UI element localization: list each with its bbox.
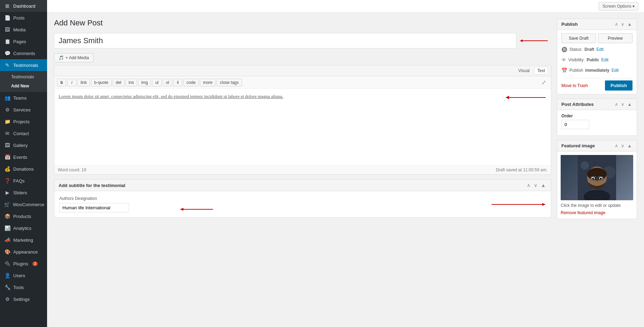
sidebar-item-posts[interactable]: 📄 Posts — [0, 12, 47, 24]
attributes-minimize[interactable]: ▲ — [627, 102, 632, 107]
toolbar-li[interactable]: li — [173, 79, 182, 86]
sidebar-item-contact[interactable]: ✉ Contact — [0, 127, 47, 139]
featured-image-collapse-down[interactable]: ∨ — [620, 143, 625, 148]
toolbar-italic[interactable]: i — [67, 79, 76, 86]
toolbar-code[interactable]: code — [183, 79, 199, 86]
order-input[interactable] — [561, 120, 589, 129]
sidebar-item-label: Tools — [13, 285, 24, 290]
comments-icon: 💬 — [4, 50, 10, 56]
toolbar-ol[interactable]: ol — [163, 79, 172, 86]
publish-minimize[interactable]: ▲ — [627, 22, 632, 27]
sidebar-item-testimonials[interactable]: ✎ Testimonials — [0, 59, 47, 71]
publish-collapse-up[interactable]: ∧ — [614, 22, 619, 27]
editor-wrap: Add New Post 🎵 + Add Media — [54, 18, 551, 218]
publish-box: Publish ∧ ∨ ▲ Save Draft Preview 🔘 Statu… — [557, 18, 637, 94]
subtitle-collapse-down[interactable]: ∨ — [533, 182, 538, 188]
toolbar-close-tags[interactable]: close tags — [217, 79, 242, 86]
attributes-collapse-up[interactable]: ∧ — [614, 102, 619, 107]
sidebar-item-comments[interactable]: 💬 Comments — [0, 47, 47, 59]
remove-featured-image-link[interactable]: Remove featured image — [561, 210, 605, 215]
sidebar-item-woocommerce[interactable]: 🛒 WooCommerce — [0, 198, 47, 210]
testimonials-submenu: Testimonials Add New — [0, 71, 47, 92]
right-sidebar: Publish ∧ ∨ ▲ Save Draft Preview 🔘 Statu… — [557, 18, 637, 223]
sidebar-item-projects[interactable]: 📁 Projects — [0, 116, 47, 127]
featured-image-box: Featured image ∧ ∨ ▲ — [557, 140, 637, 219]
sidebar-item-sliders[interactable]: ▶ Sliders — [0, 187, 47, 198]
move-to-trash-link[interactable]: Move to Trash — [561, 83, 588, 88]
post-attributes-box: Post Attributes ∧ ∨ ▲ Order — [557, 99, 637, 136]
publish-date-edit-link[interactable]: Edit — [612, 68, 619, 73]
main-area: Screen Options ▾ Add New Post 🎵 + Add Me… — [47, 0, 644, 327]
featured-image-collapse-up[interactable]: ∧ — [614, 143, 619, 148]
woocommerce-icon: 🛒 — [4, 202, 10, 207]
post-attributes-title: Post Attributes — [561, 102, 594, 107]
publish-collapse-down[interactable]: ∨ — [620, 22, 625, 27]
status-edit-link[interactable]: Edit — [596, 47, 604, 52]
toolbar-del[interactable]: del — [113, 79, 124, 86]
gallery-icon: 🖼 — [4, 142, 10, 148]
sidebar-item-products[interactable]: 📦 Products — [0, 210, 47, 222]
sidebar-item-dashboard[interactable]: ⊞ Dashboard — [0, 0, 47, 12]
authors-designation-input[interactable] — [59, 203, 129, 212]
sidebar-item-label: Sliders — [13, 190, 27, 195]
editor-content-wrapper: Lorem ipsum dolor sit amet, consectetur … — [54, 89, 551, 165]
sidebar-item-settings[interactable]: ⚙ Settings — [0, 293, 47, 305]
contact-icon: ✉ — [4, 131, 10, 136]
publish-date-row: 📅 Publish immediately Edit — [561, 68, 632, 76]
featured-image-minimize[interactable]: ▲ — [627, 143, 632, 148]
toolbar-ul[interactable]: ul — [152, 79, 161, 86]
sidebar-item-services[interactable]: ⚙ Services — [0, 104, 47, 116]
status-row: 🔘 Status: Draft Edit — [561, 47, 632, 55]
subtitle-collapse-up[interactable]: ∧ — [526, 182, 531, 188]
sidebar-item-tools[interactable]: 🔧 Tools — [0, 281, 47, 293]
editor-content-area[interactable]: Lorem ipsum dolor sit amet, consectetur … — [54, 89, 551, 165]
toolbar-img[interactable]: img — [138, 79, 151, 86]
fullscreen-button[interactable]: ⤢ — [539, 78, 548, 86]
donations-icon: 💰 — [4, 166, 10, 172]
svg-marker-3 — [506, 96, 509, 99]
visibility-edit-link[interactable]: Edit — [601, 57, 608, 62]
subtitle-title: Add subtitle for the testimonial — [59, 183, 125, 188]
attributes-collapse-down[interactable]: ∨ — [620, 102, 625, 107]
publish-footer-actions: Move to Trash Publish — [561, 78, 632, 91]
featured-image-thumb[interactable] — [561, 155, 633, 200]
visibility-value: Public — [586, 57, 599, 62]
sidebar-item-appearance[interactable]: 🎨 Appearance — [0, 246, 47, 258]
subtitle-minimize[interactable]: ▲ — [540, 182, 547, 188]
sidebar-item-plugins[interactable]: 🔌 Plugins 3 — [0, 258, 47, 270]
tab-visual[interactable]: Visual — [515, 67, 533, 75]
visibility-row: 👁 Visibility: Public Edit — [561, 57, 632, 65]
publish-button[interactable]: Publish — [605, 80, 632, 91]
sidebar-item-pages[interactable]: 📋 Pages — [0, 36, 47, 47]
toolbar-ins[interactable]: ins — [126, 79, 137, 86]
publish-controls: ∧ ∨ ▲ — [614, 22, 632, 27]
toolbar-more[interactable]: more — [200, 79, 215, 86]
sidebar-sub-add-new[interactable]: Add New — [0, 81, 47, 91]
plugins-icon: 🔌 — [4, 261, 10, 266]
toolbar-bquote[interactable]: b-quote — [91, 79, 112, 86]
services-icon: ⚙ — [4, 107, 10, 112]
screen-options-button[interactable]: Screen Options ▾ — [599, 2, 638, 10]
plugins-badge: 3 — [32, 262, 38, 266]
sidebar-item-gallery[interactable]: 🖼 Gallery — [0, 139, 47, 151]
sidebar-item-media[interactable]: 🖼 Media — [0, 24, 47, 36]
sidebar-item-events[interactable]: 📅 Events — [0, 151, 47, 163]
sidebar-item-faqs[interactable]: ❓ FAQs — [0, 175, 47, 187]
add-media-button[interactable]: 🎵 + Add Media — [54, 53, 93, 62]
sidebar-sub-testimonials[interactable]: Testimonials — [0, 72, 47, 81]
sidebar-item-analytics[interactable]: 📊 Analytics — [0, 222, 47, 234]
preview-button[interactable]: Preview — [598, 33, 632, 43]
svg-point-9 — [581, 161, 589, 170]
subtitle-left-arrow — [180, 206, 215, 213]
sidebar-item-donations[interactable]: 💰 Donations — [0, 163, 47, 175]
toolbar-link[interactable]: link — [77, 79, 90, 86]
page-title: Add New Post — [54, 18, 551, 28]
save-draft-button[interactable]: Save Draft — [561, 33, 596, 43]
sidebar-item-users[interactable]: 👤 Users — [0, 270, 47, 281]
toolbar-bold[interactable]: b — [57, 79, 66, 86]
tab-text[interactable]: Text — [534, 67, 548, 75]
faqs-icon: ❓ — [4, 178, 10, 184]
sidebar-item-marketing[interactable]: 📣 Marketing — [0, 234, 47, 246]
post-title-input[interactable] — [54, 33, 516, 48]
sidebar-item-teams[interactable]: 👥 Teams — [0, 92, 47, 104]
